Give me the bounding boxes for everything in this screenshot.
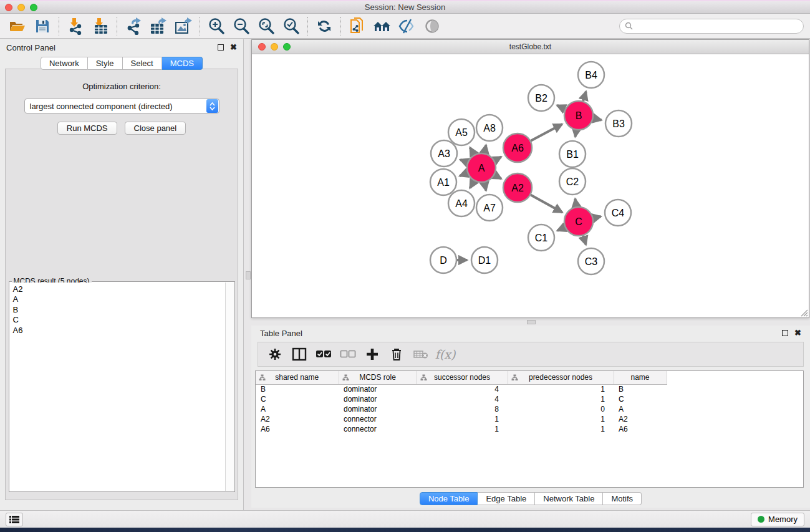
graph-node-C3[interactable]: C3 [578,248,604,274]
refresh-styles-icon[interactable] [314,16,335,36]
column-header-name[interactable]: name [614,371,667,384]
export-image-icon[interactable] [173,16,194,36]
hide-graphics-details-icon[interactable] [397,16,418,36]
tab-node-table[interactable]: Node Table [420,492,478,505]
memory-button[interactable]: Memory [751,513,804,526]
search-field[interactable] [619,19,804,34]
import-table-icon[interactable] [90,16,111,36]
graph-edge-C-C2[interactable] [575,199,576,207]
table-cell[interactable]: 1 [508,384,614,394]
graph-edge-A-A5[interactable] [470,147,475,155]
task-history-button[interactable] [6,513,23,526]
graph-edge-A-A8[interactable] [485,145,486,153]
graph-node-A3[interactable]: A3 [431,140,457,167]
table-row[interactable]: Cdominator41C [256,394,667,404]
network-close-button[interactable] [258,43,266,51]
table-cell[interactable]: dominator [339,394,417,404]
graph-node-A8[interactable]: A8 [476,115,503,141]
splitter-handle[interactable] [246,271,251,279]
first-neighbors-icon[interactable] [372,16,393,36]
column-header-shared-name[interactable]: shared name [256,371,339,384]
float-table-panel-icon[interactable] [782,330,788,336]
tab-network-table[interactable]: Network Table [535,492,603,505]
table-cell[interactable]: C [614,394,667,404]
graph-edge-B-B4[interactable] [583,92,586,101]
mcds-result-item[interactable]: A2 [10,284,225,294]
graph-edge-A-A2[interactable] [494,175,501,179]
graph-node-B2[interactable]: B2 [528,85,554,111]
criterion-dropdown[interactable]: largest connected component (directed) [24,99,219,114]
tab-motifs[interactable]: Motifs [603,492,642,505]
graph-node-C4[interactable]: C4 [605,200,631,226]
close-window-button[interactable] [5,4,12,11]
table-cell[interactable]: A2 [614,414,667,424]
graph-edge-B-B2[interactable] [557,105,565,109]
graph-node-B1[interactable]: B1 [559,141,586,167]
graph-edge-B-B1[interactable] [575,130,576,137]
graph-edge-C-C3[interactable] [583,236,586,244]
mcds-result-item[interactable]: A [10,294,225,304]
mcds-result-item[interactable]: A6 [10,326,225,336]
table-cell[interactable]: 1 [417,414,508,424]
table-options-icon[interactable] [266,345,284,364]
table-cell[interactable]: 1 [508,424,614,434]
show-column-icon[interactable] [290,345,309,364]
column-header-successor-nodes[interactable]: successor nodes [417,371,508,384]
graph-edge-C-C4[interactable] [593,216,600,218]
tab-mcds[interactable]: MCDS [162,57,203,70]
add-column-icon[interactable] [363,345,382,364]
table-cell[interactable]: C [256,394,339,404]
graph-node-D1[interactable]: D1 [471,247,498,273]
table-cell[interactable]: 0 [508,404,614,414]
table-cell[interactable]: A6 [256,424,339,434]
mcds-list-scrollbar[interactable] [225,283,234,491]
graph-edge-A2-C[interactable] [531,195,562,213]
float-panel-icon[interactable] [218,44,224,51]
tab-style[interactable]: Style [88,57,123,70]
graph-node-D[interactable]: D [430,247,456,273]
close-panel-icon[interactable]: ✖ [230,44,237,51]
zoom-selected-icon[interactable] [281,16,302,36]
import-network-icon[interactable] [65,16,86,36]
graph-node-A2[interactable]: A2 [503,173,532,202]
zoom-out-icon[interactable] [231,16,252,36]
graph-node-B3[interactable]: B3 [605,110,632,137]
delete-column-icon[interactable] [387,345,406,364]
graph-edge-C-C1[interactable] [557,228,565,231]
table-row[interactable]: A2connector11A2 [256,414,667,424]
open-session-icon[interactable] [7,16,28,36]
table-cell[interactable]: 1 [508,414,614,424]
table-cell[interactable]: dominator [339,384,417,394]
table-cell[interactable]: connector [339,414,417,424]
table-cell[interactable]: connector [339,424,417,434]
table-row[interactable]: Adominator80A [256,404,667,414]
zoom-fit-icon[interactable] [256,16,277,36]
splitter-handle[interactable] [527,320,536,324]
graph-edge-A-A1[interactable] [460,173,467,176]
graph-node-C1[interactable]: C1 [528,225,554,251]
graph-edge-B-B3[interactable] [594,118,602,120]
graph-node-A4[interactable]: A4 [448,190,475,216]
network-minimize-button[interactable] [271,43,278,51]
select-all-icon[interactable] [314,345,333,364]
tab-select[interactable]: Select [123,57,162,70]
graph-node-B[interactable]: B [564,101,593,130]
network-window-titlebar[interactable]: testGlobe.txt [252,40,809,54]
export-network-icon[interactable] [123,16,144,36]
deselect-all-icon[interactable] [339,345,357,364]
table-cell[interactable]: A6 [614,424,667,434]
table-cell[interactable]: A2 [256,414,339,424]
resize-grip-icon[interactable] [800,309,808,317]
network-canvas[interactable]: AA1A2A3A4A5A6A7A8BB1B2B3B4CC1C2C3C4DD1 [252,54,809,317]
mcds-result-item[interactable]: B [10,305,225,315]
graph-node-B4[interactable]: B4 [578,62,604,88]
table-cell[interactable]: 4 [417,394,508,404]
table-cell[interactable]: 4 [417,384,508,394]
export-table-icon[interactable] [148,16,169,36]
graph-node-A1[interactable]: A1 [430,169,456,195]
graph-node-A[interactable]: A [467,153,496,182]
graph-edge-A-A3[interactable] [460,160,467,162]
table-cell[interactable]: dominator [339,404,417,414]
run-mcds-button[interactable]: Run MCDS [57,122,117,135]
graph-edge-A6-B[interactable] [531,124,562,141]
